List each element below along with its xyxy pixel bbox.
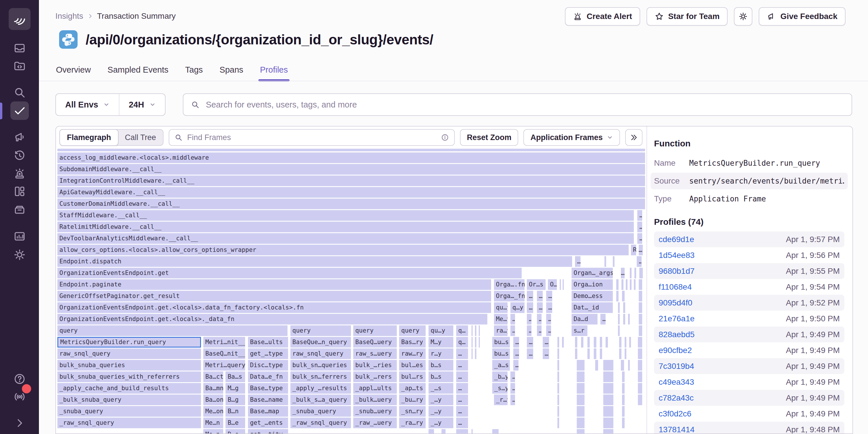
event-search-input[interactable] [205, 100, 844, 110]
flame-frame[interactable] [628, 314, 630, 325]
flame-frame[interactable]: query [57, 325, 287, 336]
flame-frame[interactable] [621, 279, 623, 290]
flame-frame[interactable] [638, 395, 642, 405]
flame-frame[interactable] [606, 337, 608, 347]
flame-frame[interactable]: Base…map [248, 406, 288, 417]
flame-frame[interactable]: _bulk_s…a_query [290, 395, 351, 405]
flame-frame[interactable] [600, 337, 602, 347]
profile-link[interactable]: cde69d1e [659, 235, 694, 244]
flame-frame[interactable]: bulk_snuba_queries_with_referrers [57, 371, 201, 382]
flame-frame[interactable]: Me…n [203, 429, 223, 434]
flame-frame[interactable]: BaseQ…nit__ [203, 348, 245, 359]
flame-frame[interactable] [621, 360, 624, 371]
flame-frame[interactable] [471, 429, 473, 434]
flame-frame[interactable]: BaseQue…n_query [290, 337, 351, 347]
flame-frame[interactable]: query [399, 325, 426, 336]
flame-frame[interactable]: DevToolbarAnalyticsMiddleware.__call__ [57, 233, 634, 244]
flame-frame[interactable]: … [510, 395, 515, 405]
flame-frame[interactable]: _r…y [494, 395, 507, 405]
flame-frame[interactable] [441, 429, 445, 434]
search-icon[interactable] [10, 83, 29, 102]
flame-frame[interactable] [575, 348, 577, 359]
flame-frame[interactable] [618, 302, 620, 313]
flame-frame[interactable]: MetricsQueryBuilder.run_query [57, 337, 201, 347]
flame-frame[interactable]: _raw_snql_query [57, 418, 201, 428]
flame-frame[interactable] [638, 383, 642, 394]
star-for-team-button[interactable]: Star for Team [647, 7, 727, 26]
flame-frame[interactable] [557, 395, 559, 405]
flame-frame[interactable]: Orga….fn [494, 279, 525, 290]
flame-frame[interactable]: Endpoint.dispatch [57, 256, 572, 267]
flame-frame[interactable]: Disc…type [248, 360, 288, 371]
flame-frame[interactable]: Da…d [571, 314, 597, 325]
flame-frame[interactable] [638, 348, 642, 359]
flame-frame[interactable]: qu…y [494, 302, 507, 313]
flame-frame[interactable]: Orga…ion [571, 279, 613, 290]
flame-frame[interactable]: get_…ents [248, 418, 288, 428]
flame-frame[interactable] [623, 314, 625, 325]
flame-frame[interactable]: Endpoint.paginate [57, 279, 491, 290]
whats-new-broadcast-icon[interactable] [10, 387, 29, 405]
flame-frame[interactable]: _raw_snql_query [290, 418, 351, 428]
profile-link[interactable]: c782a43c [659, 393, 693, 403]
flame-frame[interactable]: … [543, 337, 549, 347]
flame-frame[interactable]: q…y [510, 302, 525, 313]
flame-frame[interactable]: ApiGatewayMiddleware.__call__ [57, 187, 645, 198]
profile-link[interactable]: 7c3019b4 [659, 362, 694, 371]
flame-frame[interactable]: OrganizationEventsEndpoint.get.<locals>.… [57, 314, 487, 325]
profile-link[interactable]: 828aebd5 [659, 330, 695, 339]
flame-frame[interactable] [622, 418, 624, 428]
flame-frame[interactable]: _b…y [492, 371, 507, 382]
flame-frame[interactable] [429, 429, 434, 434]
flame-frame[interactable]: … [537, 291, 543, 301]
flame-frame[interactable]: Dat…_id [571, 302, 613, 313]
flame-frame[interactable]: _ra…ry [399, 418, 426, 428]
flame-frame[interactable]: … [637, 210, 642, 221]
flame-frame[interactable]: M…y [429, 337, 453, 347]
flame-frame[interactable]: bulk_sn…queries [290, 360, 351, 371]
flame-frame[interactable]: … [543, 348, 549, 359]
flame-frame[interactable]: … [513, 360, 519, 371]
flame-frame[interactable] [594, 337, 596, 347]
flame-frame[interactable] [639, 314, 642, 325]
replays-clock-icon[interactable] [10, 146, 29, 165]
flame-frame[interactable]: Ba…mn [203, 383, 223, 394]
give-feedback-button[interactable]: Give Feedback [759, 7, 845, 26]
flame-frame[interactable] [604, 256, 606, 267]
flame-frame[interactable]: ra…y [494, 325, 507, 336]
time-range-select[interactable]: 24H [119, 94, 165, 115]
flame-frame[interactable]: … [513, 348, 519, 359]
dashboards-grid-icon[interactable] [10, 182, 29, 201]
flame-frame[interactable]: … [527, 314, 531, 325]
flame-frame[interactable] [634, 279, 636, 290]
flame-frame[interactable] [638, 337, 642, 347]
flame-frame[interactable] [619, 337, 621, 347]
flame-frame[interactable]: … [456, 418, 468, 428]
flame-frame[interactable] [557, 348, 559, 359]
flame-frame[interactable]: _snuba_query [57, 406, 201, 417]
flame-frame[interactable] [471, 348, 473, 359]
flame-frame[interactable]: … [546, 325, 551, 336]
profile-link[interactable]: 13781414 [659, 425, 695, 434]
flame-frame[interactable]: IntegrationControlMiddleware.__call__ [57, 175, 645, 186]
flame-frame[interactable]: get_…tity [248, 429, 288, 434]
flame-frame[interactable]: Data…e_fn [248, 371, 288, 382]
flame-frame[interactable]: SubdomainMiddleware.__call__ [57, 164, 645, 175]
flame-frame[interactable] [587, 348, 590, 359]
flame-frame[interactable]: … [510, 325, 515, 336]
find-frames-input[interactable] [187, 133, 437, 142]
flame-frame[interactable] [595, 360, 598, 371]
flame-frame[interactable]: _…y [429, 395, 453, 405]
flame-frame[interactable]: q… [456, 337, 468, 347]
environment-select[interactable]: All Envs [56, 94, 119, 115]
flame-frame[interactable] [577, 406, 585, 417]
flame-frame[interactable]: query [290, 325, 351, 336]
flame-frame[interactable] [57, 149, 645, 151]
settings-button[interactable] [734, 7, 752, 26]
flame-frame[interactable]: raw_snql_query [57, 348, 201, 359]
flame-frame[interactable]: Base…ults [248, 337, 288, 347]
flame-frame[interactable] [638, 360, 642, 371]
stats-chart-icon[interactable] [10, 227, 29, 245]
flame-frame[interactable]: raw_snql_query [290, 348, 351, 359]
flame-frame[interactable]: bu…s [492, 337, 510, 347]
